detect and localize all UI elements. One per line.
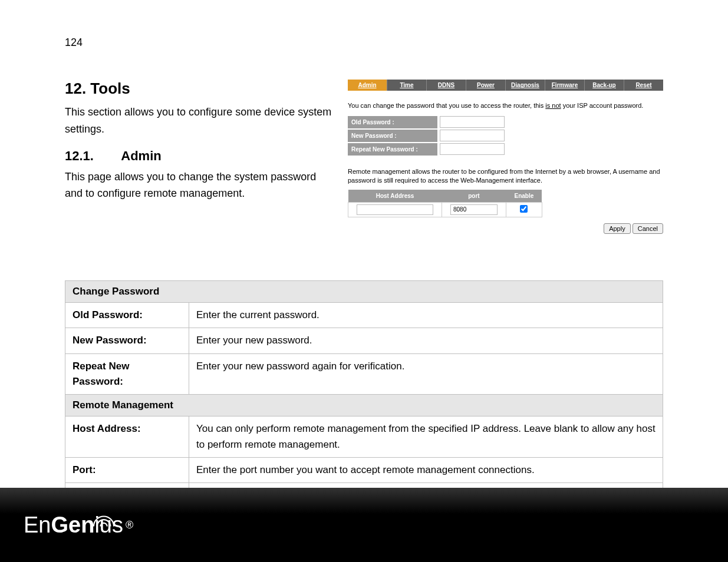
page-number: 124 <box>65 37 83 49</box>
host-address-input[interactable] <box>357 204 433 215</box>
new-password-label: New Password : <box>348 130 437 142</box>
tab-time[interactable]: Time <box>387 80 427 91</box>
desc-old-password-label: Old Password: <box>65 303 189 328</box>
logo-registered-icon: ® <box>126 519 133 531</box>
wifi-arc-icon <box>93 508 115 521</box>
desc-new-password-text: Enter your new password. <box>189 328 663 353</box>
content-area: 12. Tools This section allows you to con… <box>65 80 663 234</box>
tab-row: Admin Time DDNS Power Diagnosis Firmware… <box>348 80 663 91</box>
tab-backup[interactable]: Back-up <box>585 80 624 91</box>
desc-host-address-label: Host Address: <box>65 416 189 458</box>
repeat-password-input[interactable] <box>440 143 505 155</box>
section-intro: This section allows you to configure som… <box>65 104 336 138</box>
desc-remote-management-header: Remote Management <box>65 395 663 416</box>
apply-button[interactable]: Apply <box>604 223 631 234</box>
page-footer: EnGenius® <box>0 488 728 562</box>
help-pre: You can change the password that you use… <box>348 102 545 109</box>
section-heading: 12. Tools <box>65 80 336 98</box>
repeat-password-row: Repeat New Password : <box>348 143 663 156</box>
remote-header-host: Host Address <box>348 190 442 203</box>
desc-change-password-header: Change Password <box>65 281 663 303</box>
subsection-title: Admin <box>121 148 161 163</box>
enable-checkbox[interactable] <box>520 205 528 213</box>
tab-firmware[interactable]: Firmware <box>545 80 585 91</box>
tab-reset[interactable]: Reset <box>624 80 663 91</box>
subsection-number: 12.1. <box>65 148 118 164</box>
desc-host-address-text: You can only perform remote management f… <box>189 416 663 458</box>
new-password-row: New Password : <box>348 130 663 142</box>
subsection-heading: 12.1. Admin <box>65 148 336 164</box>
desc-repeat-password-label: Repeat New Password: <box>65 353 189 395</box>
help-underline: is not <box>545 102 561 109</box>
new-password-input[interactable] <box>440 130 505 141</box>
remote-header-port: port <box>442 190 506 203</box>
remote-management-table: Host Address port Enable <box>348 190 542 217</box>
repeat-password-label: Repeat New Password : <box>348 143 437 156</box>
right-column-screenshot: Admin Time DDNS Power Diagnosis Firmware… <box>348 80 663 234</box>
remote-header-enable: Enable <box>506 190 542 203</box>
tab-admin[interactable]: Admin <box>348 80 387 91</box>
desc-port-label: Port: <box>65 458 189 483</box>
old-password-input[interactable] <box>440 116 505 128</box>
password-block: Old Password : New Password : Repeat New… <box>348 116 663 156</box>
desc-repeat-password-text: Enter your new password again for verifi… <box>189 353 663 395</box>
button-row: Apply Cancel <box>348 223 663 234</box>
desc-new-password-label: New Password: <box>65 328 189 353</box>
old-password-row: Old Password : <box>348 116 663 128</box>
port-input[interactable] <box>450 204 498 215</box>
left-column: 12. Tools This section allows you to con… <box>65 80 336 234</box>
tab-diagnosis[interactable]: Diagnosis <box>506 80 545 91</box>
desc-port-text: Enter the port number you want to accept… <box>189 458 663 483</box>
engenius-logo: EnGenius® <box>24 513 133 538</box>
old-password-label: Old Password : <box>348 116 437 128</box>
cancel-button[interactable]: Cancel <box>633 223 663 234</box>
tab-power[interactable]: Power <box>466 80 506 91</box>
tab-ddns[interactable]: DDNS <box>427 80 466 91</box>
help-post: your ISP account password. <box>561 102 644 109</box>
remote-help-text: Remote management allows the router to b… <box>348 167 663 185</box>
logo-en: En <box>24 513 51 538</box>
description-table-wrap: Change Password Old Password: Enter the … <box>65 280 663 509</box>
subsection-intro: This page allows you to change the syste… <box>65 168 336 203</box>
description-table: Change Password Old Password: Enter the … <box>65 280 663 509</box>
logo-gen: Gen <box>51 513 94 538</box>
password-help-text: You can change the password that you use… <box>348 101 663 110</box>
desc-old-password-text: Enter the current password. <box>189 303 663 328</box>
